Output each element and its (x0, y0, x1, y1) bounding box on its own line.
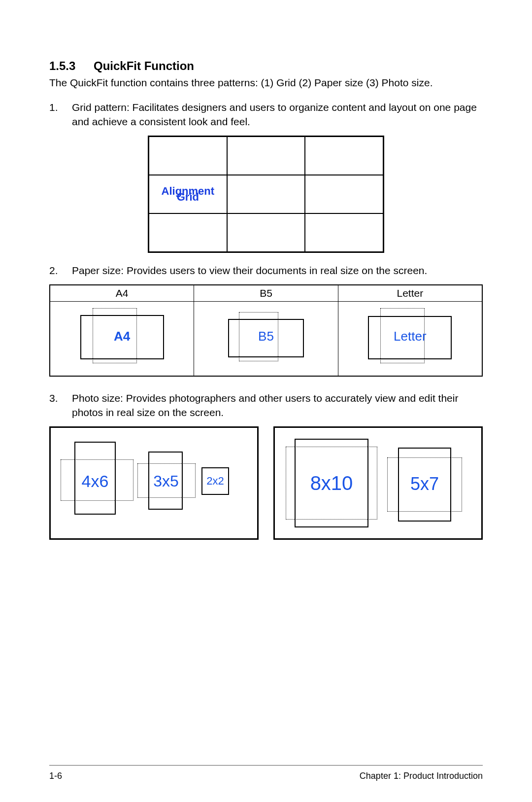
grid-cell (149, 137, 227, 175)
photo-panel-left: 4x6 3x5 2x2 (49, 426, 259, 540)
list-item: 1. Grid pattern: Facilitates designers a… (49, 101, 483, 129)
photo-size-figures: 4x6 3x5 2x2 8x10 5x7 (49, 426, 483, 540)
paper-col-b5: B5 (194, 302, 338, 376)
paper-header-letter: Letter (338, 285, 482, 301)
chapter-label: Chapter 1: Product Introduction (360, 771, 483, 781)
footer-rule (49, 765, 483, 766)
list-item-text: Paper size: Provides users to view their… (72, 264, 483, 278)
photo-panel-right: 8x10 5x7 (273, 426, 483, 540)
list-item-number: 3. (49, 391, 72, 419)
list-item-number: 2. (49, 264, 72, 278)
paper-label-letter: Letter (394, 329, 427, 344)
grid-label-line2: Grid (177, 191, 199, 203)
grid-cell (227, 137, 305, 175)
list-item: 3. Photo size: Provides photographers an… (49, 391, 483, 419)
paper-label-b5: B5 (258, 329, 274, 344)
grid-cell (305, 175, 383, 213)
photo-label-3x5: 3x5 (153, 472, 179, 490)
grid-cell: Alignment Grid (149, 175, 227, 213)
list-item-text: Photo size: Provides photographers and o… (72, 391, 483, 419)
page-number: 1-6 (49, 771, 62, 781)
list-item-number: 1. (49, 101, 72, 129)
grid-cell (149, 213, 227, 252)
list-item: 2. Paper size: Provides users to view th… (49, 264, 483, 278)
paper-col-a4: A4 (50, 302, 194, 376)
paper-header-a4: A4 (50, 285, 194, 301)
intro-paragraph: The QuickFit function contains three pat… (49, 76, 483, 90)
photo-label-8x10: 8x10 (310, 472, 353, 494)
grid-figure: Alignment Grid (49, 136, 483, 253)
section-heading: 1.5.3QuickFit Function (49, 59, 483, 73)
grid-cell (305, 137, 383, 175)
grid-cell (305, 213, 383, 252)
list-item-text: Grid pattern: Facilitates designers and … (72, 101, 483, 129)
photo-label-4x6: 4x6 (82, 472, 109, 491)
photo-label-5x7: 5x7 (410, 474, 439, 494)
paper-size-figure: A4 B5 Letter A4 B5 Letter (49, 284, 483, 377)
grid-cell (227, 213, 305, 252)
page-footer: 1-6 Chapter 1: Product Introduction (49, 771, 483, 781)
paper-col-letter: Letter (338, 302, 482, 376)
paper-header-row: A4 B5 Letter (50, 285, 482, 302)
paper-header-b5: B5 (194, 285, 338, 301)
grid-label: Alignment Grid (162, 188, 215, 200)
paper-label-a4: A4 (114, 329, 130, 344)
photo-label-2x2: 2x2 (206, 475, 224, 488)
heading-title: QuickFit Function (94, 59, 194, 72)
heading-number: 1.5.3 (49, 59, 94, 73)
grid-cell (227, 175, 305, 213)
